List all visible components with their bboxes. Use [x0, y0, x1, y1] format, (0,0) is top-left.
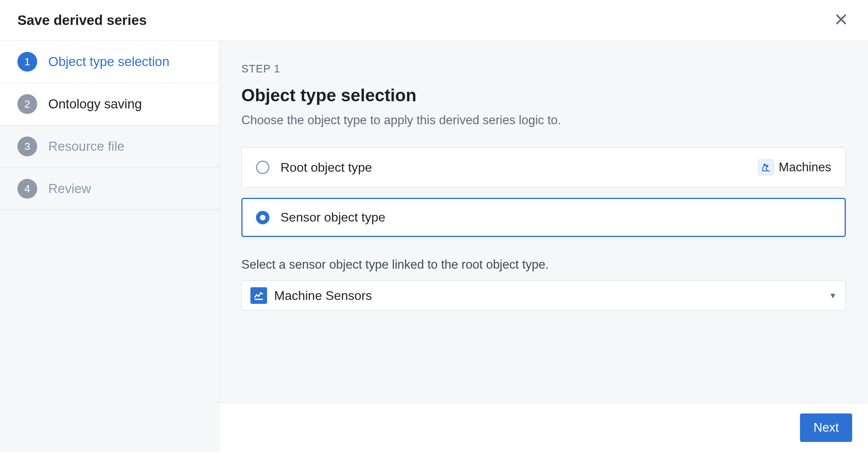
dialog-body: 1 Object type selection 2 Ontology savin…: [0, 41, 868, 452]
close-icon: [836, 14, 847, 25]
next-button[interactable]: Next: [800, 413, 852, 442]
svg-point-0: [764, 164, 766, 166]
step-review[interactable]: 4 Review: [0, 168, 219, 210]
radio-label: Sensor object type: [280, 210, 385, 225]
step-badge: 3: [17, 136, 37, 156]
svg-point-1: [767, 165, 768, 167]
radio-indicator: [256, 211, 269, 224]
stepper-sidebar: 1 Object type selection 2 Ontology savin…: [0, 41, 219, 452]
radio-indicator: [256, 161, 269, 174]
radio-card-left: Root object type: [256, 160, 372, 175]
step-label: Resource file: [48, 139, 125, 154]
step-badge: 2: [17, 94, 37, 114]
root-type-tag: Machines: [758, 159, 831, 175]
radio-sensor-object-type[interactable]: Sensor object type: [241, 198, 846, 237]
close-button[interactable]: [832, 12, 851, 28]
step-object-type-selection[interactable]: 1 Object type selection: [0, 41, 219, 83]
select-value: Machine Sensors: [274, 288, 372, 303]
chart-icon: [250, 287, 267, 304]
main-content: STEP 1 Object type selection Choose the …: [219, 41, 868, 403]
step-ontology-saving[interactable]: 2 Ontology saving: [0, 83, 219, 125]
step-label: Ontology saving: [48, 97, 142, 112]
step-label: Object type selection: [48, 54, 169, 69]
helper-text: Select a sensor object type linked to th…: [241, 258, 846, 272]
dialog-header: Save derived series: [0, 0, 868, 41]
step-indicator: STEP 1: [241, 63, 846, 75]
radio-label: Root object type: [280, 160, 372, 175]
machine-icon: [758, 159, 774, 175]
radio-card-left: Sensor object type: [256, 210, 385, 225]
caret-down-icon: ▼: [829, 291, 837, 300]
step-resource-file[interactable]: 3 Resource file: [0, 125, 219, 168]
root-type-tag-label: Machines: [779, 160, 831, 174]
step-description: Choose the object type to apply this der…: [241, 113, 846, 127]
radio-root-object-type[interactable]: Root object type Machines: [241, 147, 846, 188]
step-badge: 4: [17, 179, 37, 199]
dialog-title: Save derived series: [17, 12, 147, 28]
step-heading: Object type selection: [241, 85, 846, 105]
select-left: Machine Sensors: [250, 287, 372, 304]
step-badge: 1: [17, 52, 37, 72]
step-label: Review: [48, 181, 91, 196]
dialog-footer: Next: [219, 403, 868, 452]
sensor-type-select[interactable]: Machine Sensors ▼: [241, 281, 846, 311]
main-panel: STEP 1 Object type selection Choose the …: [219, 41, 868, 452]
